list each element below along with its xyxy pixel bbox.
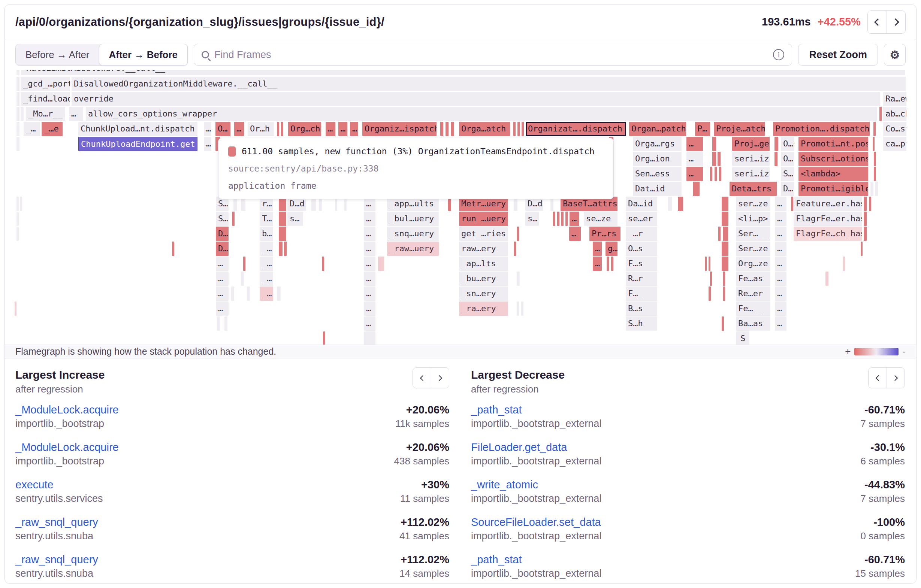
flamegraph-frame[interactable]: S…	[781, 167, 794, 181]
flamegraph-frame-sliver[interactable]	[557, 211, 560, 226]
flamegraph-frame-sliver[interactable]	[719, 167, 721, 181]
flamegraph-frame-sliver[interactable]	[513, 122, 516, 136]
flamegraph-frame[interactable]: Ba…as	[736, 317, 770, 331]
flamegraph-frame[interactable]: ca…pt	[883, 137, 906, 151]
flamegraph-frame[interactable]: _bu…ery	[459, 271, 508, 286]
flamegraph-frame-sliver[interactable]	[323, 331, 325, 344]
flamegraph-frame[interactable]: Orga…atch	[459, 122, 510, 136]
flamegraph-frame-sliver[interactable]	[514, 242, 516, 256]
flamegraph-frame[interactable]: …	[216, 302, 229, 316]
function-link[interactable]: _write_atomic	[471, 478, 538, 492]
flamegraph-frame[interactable]: …	[570, 211, 579, 226]
flamegraph-frame[interactable]: …	[364, 317, 376, 331]
flamegraph-frame-sliver[interactable]	[861, 242, 862, 256]
flamegraph-frame[interactable]: raw…ery	[459, 242, 508, 256]
flamegraph-frame-sliver[interactable]	[864, 211, 867, 226]
flamegraph-frame-sliver[interactable]	[241, 271, 244, 286]
flamegraph-frame-sliver[interactable]	[678, 197, 683, 211]
flamegraph-frame[interactable]: Fe…__	[736, 302, 770, 316]
flamegraph-frame-sliver[interactable]	[712, 152, 716, 166]
flamegraph-frame-sliver[interactable]	[869, 197, 871, 211]
flamegraph-frame-sliver[interactable]	[322, 257, 324, 271]
flamegraph-frame[interactable]: Sen…ess	[633, 167, 682, 181]
flamegraph-frame[interactable]: _Mo…r__	[26, 107, 65, 121]
function-link[interactable]: SourceFileLoader.set_data	[471, 515, 601, 529]
flamegraph-frame[interactable]: DisallowedOrganizationMiddleware.__call_…	[72, 77, 906, 91]
flamegraph-frame[interactable]: Organ…patch	[629, 122, 686, 136]
flamegraph-frame[interactable]: …	[338, 122, 347, 136]
flamegraph-frame[interactable]: S	[738, 331, 749, 344]
flamegraph-frame-sliver[interactable]	[723, 271, 725, 286]
flamegraph-frame-sliver[interactable]	[225, 317, 228, 331]
flamegraph-frame-sliver[interactable]	[722, 211, 728, 226]
flamegraph-frame[interactable]: Promoti…nt.post	[799, 137, 868, 151]
flamegraph-frame-sliver[interactable]	[517, 227, 519, 241]
flamegraph-frame[interactable]: seri…ize	[732, 152, 770, 166]
flamegraph-frame-sliver[interactable]	[247, 286, 250, 301]
flamegraph-frame[interactable]: T…	[260, 211, 273, 226]
flamegraph-frame[interactable]: Orga…rgs	[633, 137, 682, 151]
flamegraph-frame[interactable]: Or…h	[248, 122, 274, 136]
flamegraph-frame-sliver[interactable]	[281, 122, 283, 136]
flamegraph-frame-sliver[interactable]	[284, 242, 286, 256]
flamegraph-frame[interactable]: R…r	[626, 271, 657, 286]
flamegraph-frame[interactable]: se…er	[626, 211, 657, 226]
flamegraph-frame[interactable]: Promoti…igible	[799, 182, 868, 196]
search-input[interactable]	[214, 49, 768, 61]
flamegraph-frame[interactable]: FlagrFe…er.has	[794, 211, 862, 226]
flamegraph-frame-sliver[interactable]	[879, 107, 882, 121]
flamegraph-frame[interactable]: S…	[216, 211, 229, 226]
flamegraph-frame-sliver[interactable]	[693, 182, 700, 196]
flamegraph-frame-sliver[interactable]	[723, 286, 725, 301]
flamegraph-frame-sliver[interactable]	[561, 211, 563, 226]
flamegraph-frame-sliver[interactable]	[279, 211, 286, 226]
flamegraph-frame[interactable]: …	[775, 271, 786, 286]
function-link[interactable]: _ModuleLock.acquire	[15, 440, 119, 454]
flamegraph-frame[interactable]: …	[687, 137, 703, 151]
next-button[interactable]	[887, 11, 905, 33]
function-link[interactable]: _raw_snql_query	[15, 552, 98, 567]
flamegraph-frame[interactable]: …	[775, 227, 786, 241]
flamegraph-frame[interactable]: …	[216, 257, 229, 271]
flamegraph-frame-sliver[interactable]	[16, 107, 20, 121]
flamegraph-frame-sliver[interactable]	[723, 227, 728, 241]
flamegraph-frame[interactable]: _gcd_…port	[21, 77, 70, 91]
flamegraph-frame-sliver[interactable]	[611, 257, 613, 271]
flamegraph-frame[interactable]: _…	[24, 122, 40, 136]
flamegraph-frame[interactable]: …	[569, 227, 581, 241]
flamegraph-frame[interactable]: …	[593, 257, 602, 271]
flamegraph-frame[interactable]: allow_cors_options_wrapper	[86, 107, 877, 121]
increase-next-button[interactable]	[431, 368, 449, 388]
flamegraph-frame[interactable]: override	[72, 92, 880, 106]
flamegraph-frame[interactable]: D…	[216, 242, 229, 256]
function-link[interactable]: _ModuleLock.acquire	[15, 403, 119, 417]
flamegraph-frame[interactable]: D…	[216, 227, 229, 241]
before-after-toggle[interactable]: Before → After	[16, 44, 99, 65]
flamegraph-frame[interactable]: …	[325, 122, 335, 136]
info-icon[interactable]: i	[773, 49, 784, 60]
flamegraph-frame-sliver[interactable]	[440, 122, 443, 136]
flamegraph-frame-sliver[interactable]	[217, 317, 220, 331]
flamegraph-frame-sliver[interactable]	[775, 152, 778, 166]
flamegraph-frame[interactable]: b…	[260, 227, 273, 241]
flamegraph-frame[interactable]: Org…ch	[288, 122, 321, 136]
flamegraph-frame[interactable]: Ser…ze	[736, 242, 770, 256]
function-link[interactable]: _path_stat	[471, 403, 522, 417]
flamegraph-frame-sliver[interactable]	[446, 122, 449, 136]
flamegraph-frame[interactable]: …	[364, 242, 376, 256]
after-before-toggle[interactable]: After → Before	[99, 44, 188, 65]
flamegraph-frame-sliver[interactable]	[710, 271, 712, 286]
function-link[interactable]: _raw_snql_query	[15, 515, 98, 529]
flamegraph-frame[interactable]: B…s	[626, 302, 657, 316]
flamegraph-frame[interactable]: Pr…rs	[589, 227, 620, 241]
flamegraph-frame[interactable]: D…	[781, 182, 794, 196]
decrease-prev-button[interactable]	[869, 368, 887, 388]
reset-zoom-button[interactable]: Reset Zoom	[798, 44, 878, 65]
flamegraph-frame-sliver[interactable]	[710, 167, 712, 181]
find-frames-search[interactable]: i	[194, 44, 792, 65]
flamegraph-frame[interactable]: …	[364, 211, 376, 226]
flamegraph-frame[interactable]: _ap…lts	[459, 257, 508, 271]
flamegraph-frame-sliver[interactable]	[451, 122, 454, 136]
flamegraph-frame-sliver[interactable]	[172, 242, 174, 256]
flamegraph-frame[interactable]: _…e	[42, 122, 63, 136]
